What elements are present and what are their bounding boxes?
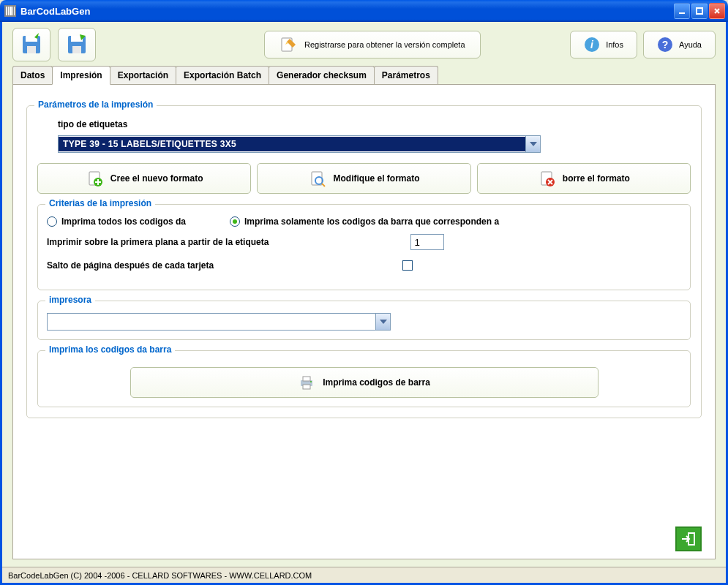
printer-value	[48, 320, 375, 324]
printer-select[interactable]	[47, 313, 391, 331]
tab-parametros[interactable]: Parámetros	[374, 66, 438, 84]
print-params-legend: Parámetros de la impresión	[34, 99, 157, 110]
tab-generador-checksum[interactable]: Generador checksum	[269, 66, 375, 84]
titlebar: BarCodLabGen	[0, 0, 728, 22]
floppy-save-icon	[65, 33, 89, 56]
floppy-open-icon	[20, 33, 43, 56]
save-button[interactable]	[58, 28, 96, 61]
tab-datos[interactable]: Datos	[12, 66, 53, 84]
svg-rect-3	[10, 7, 12, 15]
print-barcodes-button[interactable]: Imprima codigos de barra	[130, 367, 598, 398]
radio-icon	[47, 216, 57, 227]
page-break-checkbox[interactable]	[402, 260, 413, 271]
criteria-legend: Criterias de la impresión	[45, 198, 155, 208]
exit-button[interactable]	[675, 526, 702, 551]
tabs: Datos Impresión Exportación Exportación …	[2, 66, 726, 84]
radio-all-label: Imprima todos los codigos da	[61, 216, 186, 227]
printer-fieldset: impresora	[37, 301, 691, 340]
svg-rect-5	[14, 7, 15, 15]
minimize-button[interactable]	[674, 3, 690, 19]
tab-exportacion[interactable]: Exportación	[110, 66, 176, 84]
modify-format-button[interactable]: Modifique el formato	[257, 163, 470, 194]
print-params-fieldset: Parámetros de la impresión tipo de etiqu…	[26, 105, 702, 418]
first-page-input[interactable]	[410, 234, 444, 250]
open-button[interactable]	[12, 28, 50, 61]
tab-exportacion-batch[interactable]: Exportación Batch	[176, 66, 269, 84]
svg-rect-1	[6, 7, 7, 15]
info-icon: i	[584, 37, 600, 53]
radio-only-label: Imprima solamente los codigos da barra q…	[244, 216, 499, 227]
radio-print-all[interactable]: Imprima todos los codigos da	[47, 216, 186, 227]
help-button[interactable]: ? Ayuda	[643, 31, 716, 58]
delete-format-button[interactable]: borre el formato	[477, 163, 691, 194]
svg-rect-4	[12, 7, 13, 15]
svg-rect-13	[72, 46, 81, 53]
statusbar-text: BarCodeLabGen (C) 2004 -2006 - CELLARD S…	[8, 571, 312, 580]
tab-panel: Parámetros de la impresión tipo de etiqu…	[12, 84, 716, 559]
app-icon	[4, 5, 16, 17]
print-barcodes-label: Imprima codigos de barra	[323, 377, 430, 388]
label-type-label: tipo de etiquetas	[58, 119, 691, 129]
printer-icon	[298, 374, 315, 391]
page-delete-icon	[538, 170, 555, 187]
page-search-icon	[308, 170, 326, 187]
criteria-fieldset: Criterias de la impresión Imprima todos …	[37, 204, 691, 290]
print-section-fieldset: Imprima los codigos da barra Imprima cod…	[37, 350, 691, 407]
close-button[interactable]	[709, 3, 725, 19]
infos-button[interactable]: i Infos	[570, 31, 637, 58]
chevron-down-icon[interactable]	[375, 314, 390, 330]
svg-rect-7	[697, 8, 702, 14]
window-title: BarCodLabGen	[20, 6, 674, 17]
pencil-paper-icon	[279, 36, 297, 53]
svg-rect-27	[303, 385, 310, 389]
page-break-label: Salto de página después de cada tarjeta	[47, 260, 214, 271]
tab-impresion[interactable]: Impresión	[52, 66, 110, 85]
create-format-button[interactable]: Cree el nuevo formato	[37, 163, 251, 194]
first-page-label: Imprimir sobre la primera plana a partir…	[47, 237, 269, 247]
svg-rect-26	[303, 377, 310, 381]
page-add-icon	[86, 170, 103, 187]
print-section-legend: Imprima los codigos da barra	[45, 344, 175, 355]
label-type-select[interactable]: TYPE 39 - 15 LABELS/ETIQUETTES 3X5	[58, 135, 541, 153]
delete-format-label: borre el formato	[563, 173, 630, 184]
radio-print-only[interactable]: Imprima solamente los codigos da barra q…	[230, 216, 499, 227]
register-button[interactable]: Registrarse para obtener la versión comp…	[264, 31, 481, 58]
svg-point-28	[310, 381, 312, 382]
radio-checked-icon	[230, 216, 240, 227]
svg-rect-2	[8, 7, 9, 15]
exit-icon	[680, 531, 697, 547]
chevron-down-icon[interactable]	[525, 136, 540, 152]
statusbar: BarCodeLabGen (C) 2004 -2006 - CELLARD S…	[2, 567, 726, 583]
help-label: Ayuda	[679, 40, 702, 49]
create-format-label: Cree el nuevo formato	[110, 173, 203, 184]
modify-format-label: Modifique el formato	[333, 173, 419, 184]
svg-text:?: ?	[662, 39, 669, 50]
svg-rect-6	[679, 12, 685, 14]
maximize-button[interactable]	[691, 3, 708, 19]
infos-label: Infos	[606, 40, 623, 49]
toolbar: Registrarse para obtener la versión comp…	[2, 22, 726, 67]
help-icon: ?	[657, 37, 673, 53]
printer-legend: impresora	[45, 295, 95, 305]
svg-rect-10	[27, 46, 36, 53]
label-type-value: TYPE 39 - 15 LABELS/ETIQUETTES 3X5	[59, 137, 525, 151]
register-label: Registrarse para obtener la versión comp…	[304, 40, 465, 49]
